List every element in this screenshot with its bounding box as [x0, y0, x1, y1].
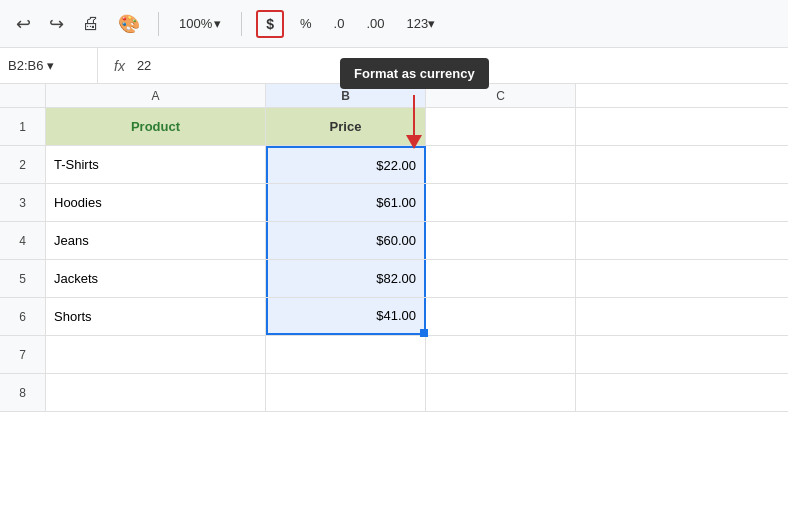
row-number: 2	[0, 146, 46, 183]
paint-format-icon[interactable]: 🎨	[114, 9, 144, 39]
more-formats-button[interactable]: 123▾	[401, 12, 442, 35]
cell-b8[interactable]	[266, 374, 426, 411]
row-number: 7	[0, 336, 46, 373]
table-row: 1 Product Price	[0, 108, 788, 146]
dec2-label: .00	[366, 16, 384, 31]
format-dec2-button[interactable]: .00	[360, 12, 390, 35]
cell-a4[interactable]: Jeans	[46, 222, 266, 259]
spreadsheet: A B C 1 Product Price 2 T-Shirts $22.00 …	[0, 84, 788, 412]
cell-c5[interactable]	[426, 260, 576, 297]
cell-a2[interactable]: T-Shirts	[46, 146, 266, 183]
cell-c7[interactable]	[426, 336, 576, 373]
cell-a5[interactable]: Jackets	[46, 260, 266, 297]
table-row: 3 Hoodies $61.00	[0, 184, 788, 222]
row-number: 8	[0, 374, 46, 411]
col-header-a[interactable]: A	[46, 84, 266, 107]
row-number: 4	[0, 222, 46, 259]
formula-value: 22	[137, 58, 151, 73]
toolbar: ↩ ↪ 🖨 🎨 100% ▾ $ % .0 .00 123▾	[0, 0, 788, 48]
undo-icon[interactable]: ↩	[12, 9, 35, 39]
zoom-selector[interactable]: 100% ▾	[173, 14, 227, 33]
fill-handle[interactable]	[420, 329, 428, 337]
cell-c1[interactable]	[426, 108, 576, 145]
table-row: 5 Jackets $82.00	[0, 260, 788, 298]
table-row: 7	[0, 336, 788, 374]
cell-ref-value: B2:B6	[8, 58, 43, 73]
cell-a6[interactable]: Shorts	[46, 298, 266, 335]
cell-c3[interactable]	[426, 184, 576, 221]
format-percent-button[interactable]: %	[294, 12, 318, 35]
cell-b4[interactable]: $60.00	[266, 222, 426, 259]
percent-label: %	[300, 16, 312, 31]
zoom-value: 100%	[179, 16, 212, 31]
toolbar-divider-1	[158, 12, 159, 36]
table-row: 4 Jeans $60.00	[0, 222, 788, 260]
tooltip-text: Format as currency	[354, 66, 475, 81]
cell-c4[interactable]	[426, 222, 576, 259]
cell-ref-dropdown-icon: ▾	[47, 58, 54, 73]
row-number: 3	[0, 184, 46, 221]
format-dec0-button[interactable]: .0	[328, 12, 351, 35]
cell-a8[interactable]	[46, 374, 266, 411]
more-formats-label: 123▾	[407, 16, 436, 31]
toolbar-divider-2	[241, 12, 242, 36]
arrow-line	[413, 95, 415, 135]
cell-c2[interactable]	[426, 146, 576, 183]
cell-b1[interactable]: Price	[266, 108, 426, 145]
redo-icon[interactable]: ↪	[45, 9, 68, 39]
cell-b3[interactable]: $61.00	[266, 184, 426, 221]
dec0-label: .0	[334, 16, 345, 31]
cell-a1[interactable]: Product	[46, 108, 266, 145]
cell-c6[interactable]	[426, 298, 576, 335]
cell-a7[interactable]	[46, 336, 266, 373]
tooltip-arrow	[406, 95, 422, 149]
table-row: 8	[0, 374, 788, 412]
format-currency-button[interactable]: $	[256, 10, 284, 38]
cell-b5[interactable]: $82.00	[266, 260, 426, 297]
zoom-dropdown-icon: ▾	[214, 16, 221, 31]
cell-c8[interactable]	[426, 374, 576, 411]
row-number: 5	[0, 260, 46, 297]
cell-b6[interactable]: $41.00	[266, 298, 426, 335]
print-icon[interactable]: 🖨	[78, 9, 104, 38]
currency-label: $	[266, 16, 274, 32]
cell-reference-box[interactable]: B2:B6 ▾	[8, 48, 98, 83]
cell-a3[interactable]: Hoodies	[46, 184, 266, 221]
cell-b7[interactable]	[266, 336, 426, 373]
row-number: 6	[0, 298, 46, 335]
tooltip-container: Format as currency	[340, 58, 489, 89]
fx-icon: fx	[114, 58, 125, 74]
arrow-head	[406, 135, 422, 149]
cell-b2[interactable]: $22.00	[266, 146, 426, 183]
row-number: 1	[0, 108, 46, 145]
table-row: 2 T-Shirts $22.00	[0, 146, 788, 184]
table-row: 6 Shorts $41.00	[0, 298, 788, 336]
row-num-header	[0, 84, 46, 107]
tooltip-box: Format as currency	[340, 58, 489, 89]
